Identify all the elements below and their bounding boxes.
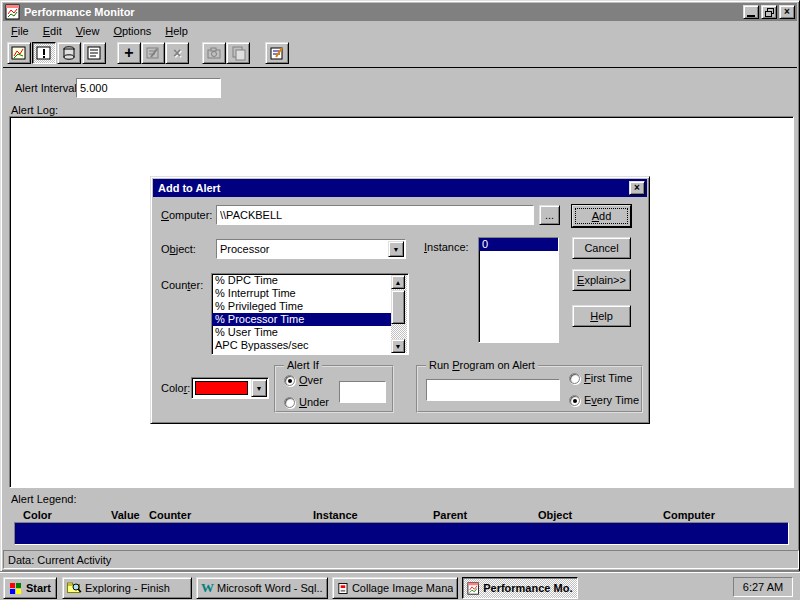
collage-icon <box>337 582 349 595</box>
task-label: Exploring - Finish <box>85 582 170 594</box>
alert-legend-label: Alert Legend: <box>11 493 76 505</box>
toolbar-divider <box>3 67 797 68</box>
over-label: Over <box>299 374 323 386</box>
computer-label: Computer: <box>161 209 212 221</box>
scroll-down-icon[interactable]: ▼ <box>391 339 405 353</box>
list-item[interactable]: 0 <box>479 238 558 251</box>
modify-counter-button[interactable] <box>141 42 165 64</box>
options-button[interactable] <box>265 42 289 64</box>
alert-if-group: Alert If Over Under <box>274 365 394 413</box>
run-program-title: Run Program on Alert <box>426 359 538 371</box>
counter-listbox[interactable]: % DPC Time % Interrupt Time % Privileged… <box>211 273 409 355</box>
first-time-option[interactable]: First Time <box>569 372 632 384</box>
first-time-label: First Time <box>584 372 632 384</box>
menu-help[interactable]: Help <box>158 23 195 39</box>
close-icon[interactable]: × <box>779 5 795 19</box>
dialog-close-icon[interactable]: × <box>629 181 645 195</box>
minimize-button[interactable] <box>743 5 759 19</box>
menu-view[interactable]: View <box>69 23 107 39</box>
restore-button[interactable] <box>761 5 777 19</box>
task-label: Performance Mo... <box>483 582 573 594</box>
instance-listbox[interactable]: 0 <box>478 237 559 343</box>
run-program-field-frame <box>426 379 560 401</box>
list-item[interactable]: % User Time <box>212 326 392 339</box>
menu-file[interactable]: File <box>4 23 36 39</box>
dialog-title: Add to Alert <box>158 182 221 194</box>
every-time-option[interactable]: Every Time <box>569 394 639 406</box>
app-titlebar[interactable]: Performance Monitor × <box>3 3 797 21</box>
start-button[interactable]: Start <box>3 577 57 599</box>
app-icon <box>5 4 21 20</box>
app-title: Performance Monitor <box>24 6 135 18</box>
add-button[interactable]: Add <box>572 205 631 227</box>
modify-counter-icon <box>145 45 161 61</box>
object-label: Object: <box>161 243 196 255</box>
color-dropdown-button[interactable]: ▼ <box>251 379 267 397</box>
list-item[interactable]: % DPC Time <box>212 274 392 287</box>
color-label: Color: <box>161 382 190 394</box>
toolbar: + × <box>3 41 797 67</box>
list-item[interactable]: % Privileged Time <box>212 300 392 313</box>
browse-button[interactable]: ... <box>539 205 560 225</box>
chart-view-button[interactable] <box>7 42 31 64</box>
dialog-titlebar[interactable]: Add to Alert × <box>153 179 647 197</box>
computer-field-frame <box>216 205 534 225</box>
alert-legend-list[interactable] <box>14 522 789 545</box>
counter-label: Counter: <box>161 279 203 291</box>
every-time-label: Every Time <box>584 394 639 406</box>
legend-col-parent: Parent <box>433 509 467 521</box>
update-data-button[interactable] <box>202 42 226 64</box>
alert-if-title: Alert If <box>284 359 322 371</box>
run-program-group: Run Program on Alert First Time Every Ti… <box>416 365 643 413</box>
task-collage[interactable]: Collage Image Mana... <box>332 577 458 599</box>
list-item[interactable]: % Processor Time <box>212 313 392 326</box>
add-counter-button[interactable]: + <box>117 42 141 64</box>
chart-view-icon <box>11 45 27 61</box>
color-combobox[interactable]: ▼ <box>191 377 269 399</box>
task-exploring[interactable]: Exploring - Finish <box>62 577 192 599</box>
log-view-button[interactable] <box>57 42 81 64</box>
scrollbar-thumb[interactable] <box>391 290 405 324</box>
windows-logo-icon <box>9 582 23 595</box>
scroll-up-icon[interactable]: ▲ <box>391 275 405 289</box>
explain-button[interactable]: Explain>> <box>572 269 631 291</box>
cancel-button[interactable]: Cancel <box>572 237 631 259</box>
menubar: File Edit View Options Help <box>3 22 797 40</box>
legend-col-computer: Computer <box>663 509 715 521</box>
delete-counter-button[interactable]: × <box>165 42 189 64</box>
computer-input[interactable] <box>217 206 533 224</box>
perfmon-icon <box>467 582 480 595</box>
chevron-down-icon: ▼ <box>393 246 400 253</box>
list-item[interactable]: APC Bypasses/sec <box>212 339 392 352</box>
list-item[interactable]: % Interrupt Time <box>212 287 392 300</box>
report-view-icon <box>86 45 102 61</box>
radio-icon <box>569 395 580 406</box>
alert-log-label: Alert Log: <box>11 104 58 116</box>
taskbar: Start Exploring - Finish W Microsoft Wor… <box>0 572 800 600</box>
alert-if-value-input[interactable] <box>340 382 385 402</box>
alert-if-over-option[interactable]: Over <box>284 374 323 386</box>
report-view-button[interactable] <box>82 42 106 64</box>
alert-interval-field-frame <box>76 78 221 98</box>
menu-edit[interactable]: Edit <box>36 23 69 39</box>
radio-icon <box>284 397 295 408</box>
alert-interval-input[interactable] <box>77 79 220 97</box>
clock-tray: 6:27 AM <box>733 577 793 597</box>
object-dropdown-button[interactable]: ▼ <box>388 241 404 257</box>
task-word[interactable]: W Microsoft Word - Sql... <box>196 577 328 599</box>
menu-options[interactable]: Options <box>106 23 158 39</box>
task-label: Collage Image Mana... <box>352 582 453 594</box>
object-combobox[interactable]: Processor ▼ <box>216 239 406 259</box>
bookmark-button[interactable] <box>226 42 250 64</box>
alert-view-button[interactable] <box>32 42 56 64</box>
restore-icon <box>765 8 774 17</box>
help-button[interactable]: Help <box>572 305 631 327</box>
run-program-input[interactable] <box>427 380 559 400</box>
screen: Performance Monitor × File Edit View Opt… <box>0 0 800 600</box>
add-counter-icon: + <box>124 44 133 62</box>
counter-scrollbar[interactable]: ▲ ▼ <box>391 275 407 353</box>
task-perfmon[interactable]: Performance Mo... <box>462 577 578 599</box>
legend-col-color: Color <box>23 509 52 521</box>
word-icon: W <box>201 580 214 596</box>
alert-if-under-option[interactable]: Under <box>284 396 329 408</box>
